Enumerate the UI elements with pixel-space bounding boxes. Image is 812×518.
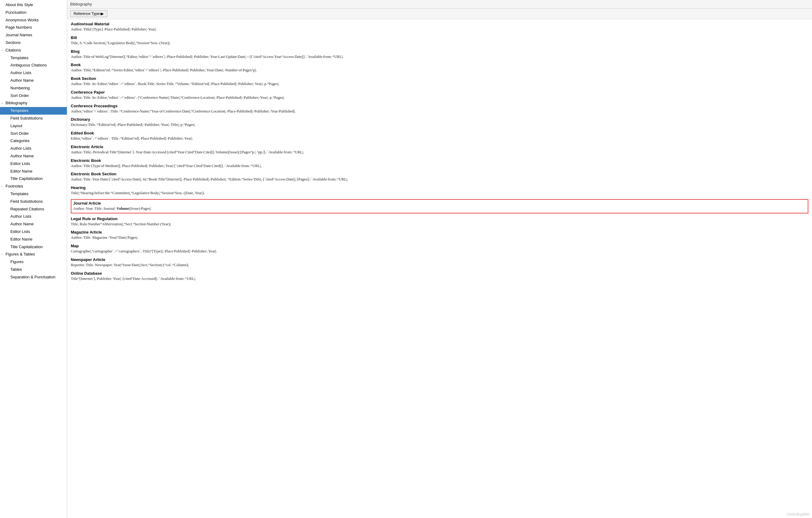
sidebar-item-label: Tables [10, 267, 22, 273]
sidebar-item-ft-figures[interactable]: Figures [0, 258, 67, 266]
ref-entry-online-database: Online DatabaseTitle°[Internet`].·Publis… [71, 271, 808, 282]
ref-entry-magazine-article: Magazine ArticleAuthor.·Title.·Magazine.… [71, 230, 808, 241]
ref-entry-book: BookAuthor.·Title|.°Edition°ed.·°Series·… [71, 62, 808, 73]
ref-template: Title,·S.°Code·Section|,°Legislative·Bod… [71, 40, 808, 46]
sidebar-item-bib-categories[interactable]: Categories [0, 137, 67, 145]
sidebar-item-punctuation[interactable]: Punctuation [0, 9, 67, 17]
section-header-label: Bibliography [70, 2, 92, 6]
sidebar-item-label: Sort Order [10, 130, 29, 137]
ref-template: Author.·Title[·[Type].·Place·Published|:… [71, 27, 808, 32]
reference-types-button[interactable]: Reference Types▶ [70, 10, 108, 17]
ref-template: Author,°editor`^`editors`.·Title.·°Confe… [71, 109, 808, 114]
sidebar-item-bib-sort-order[interactable]: Sort Order [0, 130, 67, 138]
sidebar-item-label: Title Capitalization [10, 244, 43, 250]
sidebar-item-label: Templates [10, 191, 28, 197]
sidebar-item-fn-repeated[interactable]: Repeated Citations [0, 206, 67, 213]
ref-template: Title,·Rule·Number°Abbreviation|,°Sect.°… [71, 221, 808, 227]
sidebar-item-label: Editor Lists [10, 228, 30, 235]
sidebar-item-bib-editor-lists[interactable]: Editor Lists [0, 160, 67, 168]
sidebar-item-label: Author Name [10, 78, 34, 84]
ref-entry-conference-paper: Conference PaperAuthor.·Title.·In:·Edito… [71, 90, 808, 101]
sidebar-item-fn-title-cap[interactable]: Title Capitalization [0, 243, 67, 251]
ref-entry-legal-rule: Legal Rule or RegulationTitle,·Rule·Numb… [71, 216, 808, 227]
ref-entry-audiovisual: Audiovisual MaterialAuthor.·Title[·[Type… [71, 22, 808, 32]
sidebar-item-label: Field Substitutions [10, 115, 43, 122]
sidebar-item-bib-templates[interactable]: Templates [0, 107, 67, 115]
ref-entry-map: MapCartographer,°cartographer`.·^`cartog… [71, 244, 808, 254]
sidebar-item-figures-tables[interactable]: −Figures & Tables [0, 251, 67, 258]
sidebar-item-fn-field-subs[interactable]: Field Substitutions [0, 198, 67, 206]
sidebar-item-cit-author-lists[interactable]: Author Lists [0, 69, 67, 77]
sidebar-item-fn-author-lists[interactable]: Author Lists [0, 213, 67, 220]
ref-entry-hearing: HearingTitle|;°Hearing·before·the·°Commi… [71, 185, 808, 196]
sidebar-item-label: Templates [10, 108, 28, 114]
ref-template: Author.·Title.·Magazine.·Year|°Date|:Pag… [71, 235, 808, 241]
ref-entry-newspaper-article: Newspaper ArticleReporter.·Title.·Newspa… [71, 257, 808, 268]
sidebar-item-label: Ambiguous Citations [10, 62, 47, 69]
sidebar-item-anonymous[interactable]: Anonymous Works [0, 17, 67, 24]
ref-type-name: Edited Book [71, 131, 808, 135]
sidebar-item-label: About this Style [5, 2, 33, 8]
sidebar-item-cit-author-name[interactable]: Author Name [0, 77, 67, 85]
sidebar-item-ft-sep-punct[interactable]: Separation & Punctuation [0, 273, 67, 281]
sidebar-item-cit-templates[interactable]: Templates [0, 54, 67, 62]
ref-entry-electronic-book: Electronic BookAuthor.·Title·[Type·of·Me… [71, 158, 808, 169]
sidebar-item-ft-tables[interactable]: Tables [0, 266, 67, 273]
ref-template: Cartographer,°cartographer`.·^`cartograp… [71, 248, 808, 254]
sidebar-item-label: Editor Lists [10, 161, 30, 167]
sidebar-item-cit-ambiguous[interactable]: Ambiguous Citations [0, 62, 67, 69]
sidebar-item-bib-layout[interactable]: Layout [0, 122, 67, 130]
ref-type-name: Dictionary [71, 117, 808, 122]
ref-type-name: Electronic Book Section [71, 172, 808, 176]
sidebar-item-fn-author-name[interactable]: Author Name [0, 220, 67, 228]
sidebar-item-label: Templates [10, 55, 28, 61]
ref-type-name: Legal Rule or Regulation [71, 216, 808, 221]
sidebar-item-fn-editor-name[interactable]: Editor Name [0, 236, 67, 243]
sidebar-item-footnotes[interactable]: −Footnotes [0, 183, 67, 190]
sidebar-item-citations[interactable]: −Citations [0, 47, 67, 54]
ref-template: Author.·Title|.·Periodical·Title°[Intern… [71, 149, 808, 155]
ref-entry-edited-book: Edited BookEditor,°editor`.·^`editors`.·… [71, 131, 808, 142]
sidebar-item-label: Categories [10, 138, 30, 144]
sidebar-item-label: Sort Order [10, 93, 29, 99]
ref-template: Author.·Title·[Type·of·Medium]|.·Place·P… [71, 163, 808, 169]
sidebar-item-bib-author-name[interactable]: Author Name [0, 152, 67, 160]
ref-entry-bill: BillTitle,·S.°Code·Section|,°Legislative… [71, 35, 808, 46]
sidebar-item-about[interactable]: About this Style [0, 1, 67, 9]
ref-template: Editor,°editor`.·^`editors`.·Title.·°Edi… [71, 136, 808, 142]
sidebar-item-bib-editor-name[interactable]: Editor Name [0, 168, 67, 175]
sidebar-item-bibliography[interactable]: −Bibliography [0, 99, 67, 107]
sidebar-item-label: Page Numbers [5, 24, 32, 31]
sidebar-item-label: Bibliography [5, 100, 27, 106]
ref-template: Title|;°Hearing·before·the·°Committee|,°… [71, 190, 808, 196]
sidebar-item-bib-title-cap[interactable]: Title Capitalization [0, 175, 67, 183]
sidebar-item-label: Sections [5, 40, 21, 46]
expand-icon: − [1, 48, 5, 53]
ref-entry-conference-proceedings: Conference ProceedingsAuthor,°editor`^`e… [71, 104, 808, 114]
sidebar-item-cit-sort-order[interactable]: Sort Order [0, 92, 67, 100]
sidebar-item-bib-author-lists[interactable]: Author Lists [0, 145, 67, 152]
sidebar-item-label: Footnotes [5, 183, 23, 190]
sidebar-item-cit-numbering[interactable]: Numbering [0, 85, 67, 92]
sidebar-item-label: Figures [10, 259, 24, 265]
sidebar-item-bib-field-subs[interactable]: Field Substitutions [0, 115, 67, 122]
ref-type-name: Journal Article [73, 201, 806, 206]
sidebar-item-label: Author Lists [10, 146, 31, 152]
ref-entry-book-section: Book SectionAuthor.·Title.·In:·Editor,°e… [71, 76, 808, 87]
ref-type-name: Conference Proceedings [71, 104, 808, 108]
content-area: Audiovisual MaterialAuthor.·Title[·[Type… [67, 19, 812, 518]
ref-type-name: Book Section [71, 76, 808, 81]
sidebar-item-label: Editor Name [10, 168, 32, 175]
sidebar-item-page-numbers[interactable]: Page Numbers [0, 24, 67, 31]
ref-type-name: Book [71, 62, 808, 67]
ref-type-name: Bill [71, 35, 808, 40]
sidebar-item-label: Journal Names [5, 32, 32, 38]
sidebar-item-sections[interactable]: Sections [0, 39, 67, 47]
ref-template: Dictionary·Title.·°Edition°ed|.·Place·Pu… [71, 122, 808, 128]
sidebar-item-journal-names[interactable]: Journal Names [0, 31, 67, 39]
sidebar-item-fn-editor-lists[interactable]: Editor Lists [0, 228, 67, 236]
ref-entry-electronic-book-section: Electronic Book SectionAuthor.·Title.·Ye… [71, 172, 808, 182]
ref-template: Reporter.·Title.·Newspaper.·Year|°Issue·… [71, 262, 808, 268]
sidebar-item-label: Layout [10, 123, 22, 129]
sidebar-item-fn-templates[interactable]: Templates [0, 190, 67, 198]
